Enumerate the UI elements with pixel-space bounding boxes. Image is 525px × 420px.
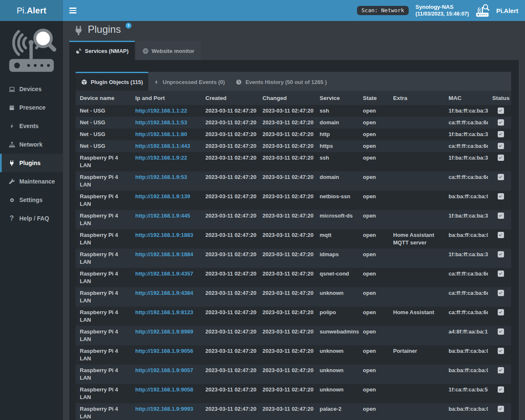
port-link[interactable]: http://192.168.1.9:4357	[135, 270, 193, 277]
cell-state: open	[359, 307, 389, 326]
column-header-status[interactable]: Status	[488, 91, 511, 105]
plug-icon	[8, 160, 15, 166]
port-link[interactable]: http://192.168.1.9:139	[135, 193, 190, 200]
column-header-device-name[interactable]: Device name	[76, 91, 131, 105]
status-checkbox[interactable]	[498, 119, 504, 126]
tab-events-history-50-out-of-1265[interactable]: Events History (50 out of 1265 )	[230, 72, 332, 91]
cell-created: 2023-03-11 02:47:20	[201, 171, 258, 191]
brand[interactable]: Pi.Alert	[475, 3, 520, 18]
cell-extra	[389, 191, 444, 210]
sidebar-item-settings[interactable]: Settings	[0, 191, 63, 209]
status-checkbox[interactable]	[498, 213, 504, 219]
tab-plugin-objects-115[interactable]: Plugin Objects (115)	[76, 72, 148, 91]
table-row: Raspberry Pi 4 LAN http://192.168.1.9:81…	[76, 307, 511, 326]
port-link[interactable]: http://192.168.1.9:53	[135, 174, 187, 180]
cell-mac: ba:ba:ff:ca:ba:0c	[444, 229, 488, 249]
cell-service: http	[315, 129, 359, 140]
port-link[interactable]: http://192.168.1.9:4384	[135, 290, 193, 296]
port-link[interactable]: http://192.168.1.1:443	[135, 143, 190, 149]
sidebar-toggle-button[interactable]	[63, 0, 82, 21]
check-icon	[499, 175, 502, 178]
port-link[interactable]: http://192.168.1.9:8123	[135, 309, 193, 315]
status-checkbox[interactable]	[498, 174, 504, 180]
cell-created: 2023-03-11 02:47:20	[201, 117, 258, 129]
sidebar: Devices Presence Events Network Plugins …	[0, 21, 63, 420]
cell-mac: 1f:ba:ff:ca:ba:34	[444, 249, 488, 268]
sidebar-item-maintenance[interactable]: Maintenance	[0, 172, 63, 191]
table-row: Raspberry Pi 4 LAN http://192.168.1.9:43…	[76, 287, 511, 307]
tab-services-nmap[interactable]: Services (NMAP)	[69, 41, 135, 60]
cell-extra	[389, 403, 444, 420]
table-row: Net - USG http://192.168.1.1:80 2023-03-…	[76, 129, 511, 140]
status-checkbox[interactable]	[498, 251, 504, 257]
cell-service: sunwebadmins	[315, 326, 359, 345]
status-checkbox[interactable]	[498, 131, 504, 137]
column-header-service[interactable]: Service	[315, 91, 359, 105]
sidebar-item-devices[interactable]: Devices	[0, 80, 63, 98]
page-title: Plugins ?	[74, 24, 131, 36]
port-link[interactable]: http://192.168.1.1:22	[135, 108, 187, 114]
cell-changed: 2023-03-11 02:47:20	[258, 129, 315, 140]
bolt-icon	[154, 79, 159, 85]
cell-state: open	[359, 129, 389, 140]
cell-service: domain	[315, 117, 359, 129]
status-checkbox[interactable]	[498, 143, 504, 149]
check-icon	[499, 155, 502, 159]
status-checkbox[interactable]	[498, 232, 504, 238]
cell-changed: 2023-03-11 02:47:20	[258, 191, 315, 210]
sidebar-item-help-faq[interactable]: ? Help / FAQ	[0, 209, 63, 228]
check-icon	[499, 132, 502, 135]
port-link[interactable]: http://192.168.1.9:8989	[135, 328, 193, 335]
status-checkbox[interactable]	[498, 406, 504, 412]
app-logo[interactable]: Pi.Alert	[0, 0, 63, 21]
sidebar-item-presence[interactable]: Presence	[0, 98, 63, 117]
tab-label: Events History (50 out of 1265 )	[245, 79, 327, 85]
cell-state: open	[359, 117, 389, 129]
column-header-extra[interactable]: Extra	[389, 91, 444, 105]
cell-changed: 2023-03-11 02:47:20	[258, 345, 315, 365]
status-checkbox[interactable]	[498, 270, 504, 277]
column-header-created[interactable]: Created	[201, 91, 258, 105]
status-checkbox[interactable]	[498, 328, 504, 335]
globe-icon	[142, 48, 149, 54]
cell-device-name: Raspberry Pi 4 LAN	[76, 191, 131, 210]
column-header-mac[interactable]: MAC	[444, 91, 488, 105]
port-link[interactable]: http://192.168.1.9:9993	[135, 406, 193, 412]
cell-service: qsnet-cond	[315, 268, 359, 287]
port-link[interactable]: http://192.168.1.9:9057	[135, 367, 193, 373]
status-checkbox[interactable]	[498, 155, 504, 161]
sidebar-item-plugins[interactable]: Plugins	[0, 154, 63, 172]
cell-changed: 2023-03-11 02:47:20	[258, 307, 315, 326]
status-checkbox[interactable]	[498, 367, 504, 373]
sidebar-item-label: Help / FAQ	[19, 215, 49, 222]
status-checkbox[interactable]	[498, 348, 504, 354]
port-link[interactable]: http://192.168.1.9:1884	[135, 251, 193, 257]
status-checkbox[interactable]	[498, 290, 504, 296]
cell-device-name: Raspberry Pi 4 LAN	[76, 268, 131, 287]
status-checkbox[interactable]	[498, 193, 504, 200]
tab-unprocessed-events-0[interactable]: Unprocessed Events (0)	[148, 72, 230, 91]
sidebar-item-events[interactable]: Events	[0, 117, 63, 135]
status-checkbox[interactable]	[498, 386, 504, 393]
cell-mac: a4:8f:ff:aa:ba:1f	[444, 326, 488, 345]
port-link[interactable]: http://192.168.1.9:1883	[135, 232, 193, 238]
cell-state: open	[359, 384, 389, 403]
plugin-tabs: Services (NMAP) Website monitor	[69, 41, 202, 60]
port-link[interactable]: http://192.168.1.9:445	[135, 213, 190, 219]
cell-service: unknown	[315, 384, 359, 403]
sidebar-item-network[interactable]: Network	[0, 135, 63, 154]
column-header-state[interactable]: State	[359, 91, 389, 105]
column-header-ip-and-port[interactable]: Ip and Port	[131, 91, 201, 105]
column-header-changed[interactable]: Changed	[258, 91, 315, 105]
help-badge[interactable]: ?	[126, 23, 131, 29]
status-checkbox[interactable]	[498, 309, 504, 315]
tab-website-monitor[interactable]: Website monitor	[136, 41, 201, 60]
port-link[interactable]: http://192.168.1.1:53	[135, 119, 187, 126]
status-checkbox[interactable]	[498, 108, 504, 114]
port-link[interactable]: http://192.168.1.1:80	[135, 131, 187, 137]
cell-created: 2023-03-11 02:47:20	[201, 249, 258, 268]
port-link[interactable]: http://192.168.1.9:22	[135, 155, 187, 161]
port-link[interactable]: http://192.168.1.9:9056	[135, 348, 193, 354]
check-icon	[499, 213, 502, 217]
port-link[interactable]: http://192.168.1.9:9058	[135, 386, 193, 393]
